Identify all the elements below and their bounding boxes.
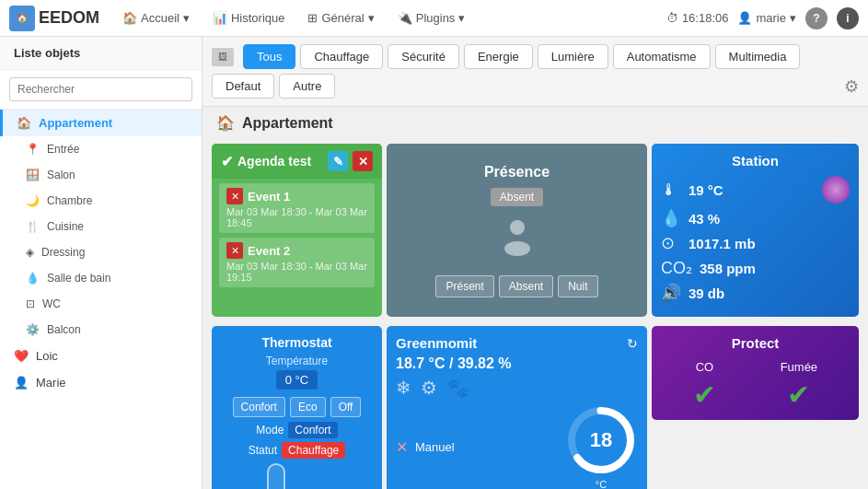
protect-fumee-label: Fumée (781, 360, 817, 374)
pressure-icon: ⊙ (661, 233, 681, 253)
filter-tous[interactable]: Tous (243, 44, 295, 69)
greenmomit-gauge-unit: °C (564, 479, 638, 489)
event-1-name: Event 1 (248, 190, 290, 204)
station-co2-row: CO₂ 358 ppm (661, 258, 850, 278)
event-2-delete-button[interactable]: ✕ (226, 242, 243, 259)
thermostat-statut-label: Statut (249, 444, 277, 457)
sidebar-item-marie[interactable]: 👤 Marie (0, 369, 202, 396)
sidebar-label: Loic (36, 349, 58, 363)
brand-icon: 🏠 (9, 6, 35, 31)
accueil-label: Accueil (141, 11, 179, 25)
presence-present-button[interactable]: Présent (435, 275, 493, 297)
sidebar-search-area (0, 70, 202, 110)
sidebar-label: Marie (36, 376, 66, 390)
sidebar-item-entree[interactable]: 📍 Entrée (0, 136, 202, 162)
agenda-header: ✔ Agenda test ✎ ✕ (212, 144, 382, 179)
nav-right: ⏱ 16:18:06 👤 marie ▾ ? i (666, 7, 859, 29)
event-1-time: Mar 03 Mar 18:30 - Mar 03 Mar 18:45 (226, 206, 367, 228)
sidebar-item-balcon[interactable]: ⚙️ Balcon (0, 317, 202, 343)
sidebar-label: Appartement (39, 116, 112, 130)
chart-icon: 📊 (213, 11, 227, 25)
image-icon: 🖼 (212, 48, 234, 66)
middle-column: Greenmomit ↻ 18.7 °C / 39.82 % ❄ ⚙ 🐾 ✕ (387, 326, 647, 489)
sidebar-item-salle-de-bain[interactable]: 💧 Salle de bain (0, 265, 202, 291)
filter-defaut[interactable]: Defaut (212, 74, 274, 99)
nav-general[interactable]: ⊞ Général ▾ (298, 6, 383, 29)
filter-energie[interactable]: Energie (464, 44, 533, 69)
filter-securite[interactable]: Sécurité (388, 44, 459, 69)
agenda-card: ✔ Agenda test ✎ ✕ ✕ Event 1 Mar 03 Mar 1… (212, 144, 382, 317)
filter-lumiere[interactable]: Lumière (538, 44, 608, 69)
presence-buttons: Présent Absent Nuit (435, 275, 597, 297)
filter-bar: 🖼 Tous Chauffage Sécurité Energie Lumièr… (203, 37, 868, 107)
cards-grid-top: ✔ Agenda test ✎ ✕ ✕ Event 1 Mar 03 Mar 1… (203, 139, 868, 321)
agenda-controls: ✎ ✕ (328, 151, 373, 171)
thermostat-statut-value: Chauffage (282, 442, 345, 459)
protect-co-label: CO (696, 360, 714, 374)
sidebar-item-chambre[interactable]: 🌙 Chambre (0, 188, 202, 214)
pin-icon: 📍 (26, 143, 40, 156)
refresh-icon[interactable]: ↻ (627, 336, 638, 351)
sidebar-item-loic[interactable]: ❤️ Loic (0, 343, 202, 369)
filter-autre[interactable]: Autre (279, 74, 335, 99)
info-button[interactable]: i (837, 7, 859, 29)
search-input[interactable] (9, 77, 192, 101)
thermostat-mode-label: Mode (256, 424, 284, 437)
sidebar-item-dressing[interactable]: ◈ Dressing (0, 239, 202, 265)
noise-icon: 🔊 (661, 283, 681, 303)
nav-plugins[interactable]: 🔌 Plugins ▾ (388, 6, 475, 29)
agenda-title: Agenda test (237, 154, 311, 169)
sidebar-item-salon[interactable]: 🪟 Salon (0, 162, 202, 188)
station-title: Station (661, 153, 850, 169)
thermostat-confort-button[interactable]: Confort (233, 397, 285, 417)
filter-automatisme[interactable]: Automatisme (613, 44, 711, 69)
brand-logo[interactable]: 🏠 EEDOM (9, 6, 99, 31)
sidebar-label: Salle de bain (47, 272, 110, 285)
sidebar-item-cuisine[interactable]: 🍴 Cuisine (0, 214, 202, 239)
thermostat-off-button[interactable]: Off (330, 397, 362, 417)
clothes-icon: ◈ (26, 246, 34, 259)
heart-icon: ❤️ (14, 349, 29, 363)
sidebar: Liste objets 🏠 Appartement 📍 Entrée 🪟 Sa… (0, 37, 203, 489)
wc-icon: ⊡ (26, 297, 35, 310)
sidebar-label: Dressing (41, 246, 85, 259)
agenda-delete-button[interactable]: ✕ (353, 151, 373, 171)
greenmomit-title: Greenmomit (396, 335, 477, 351)
help-button[interactable]: ? (805, 7, 827, 29)
fork-icon: 🍴 (26, 220, 40, 233)
thermostat-statut-row: Statut Chauffage (221, 442, 373, 459)
filter-multimedia[interactable]: Multimedia (715, 44, 801, 69)
filter-chauffage[interactable]: Chauffage (300, 44, 383, 69)
presence-absent-button[interactable]: Absent (499, 275, 553, 297)
top-nav: 🏠 EEDOM 🏠 Accueil ▾ 📊 Historique ⊞ Génér… (0, 0, 868, 37)
nav-historique[interactable]: 📊 Historique (203, 6, 295, 29)
content-scroll: 🖼 Tous Chauffage Sécurité Energie Lumièr… (203, 37, 868, 489)
presence-nuit-button[interactable]: Nuit (558, 275, 597, 297)
gauge-number: 21 (292, 485, 329, 490)
brand-name: EEDOM (39, 8, 99, 28)
sidebar-label: Balcon (47, 323, 81, 336)
settings-icon[interactable]: ⚙ (844, 76, 859, 97)
historique-label: Historique (231, 11, 285, 25)
thermostat-tube (265, 463, 287, 489)
greenmomit-value: 18.7 °C / 39.82 % (396, 355, 638, 372)
sidebar-item-appartement[interactable]: 🏠 Appartement (0, 110, 202, 136)
greenmomit-gauge-value: 18 (590, 428, 612, 452)
greenmomit-mode: ✕ Manuel (396, 438, 455, 456)
greenmomit-mode-label: Manuel (415, 440, 455, 454)
main-layout: Liste objets 🏠 Appartement 📍 Entrée 🪟 Sa… (0, 37, 868, 489)
nav-user[interactable]: 👤 marie ▾ (737, 11, 796, 25)
svg-point-0 (510, 220, 525, 235)
nav-accueil[interactable]: 🏠 Accueil ▾ (113, 6, 199, 29)
gear-icon: ⚙ (421, 377, 437, 399)
agenda-edit-button[interactable]: ✎ (328, 151, 348, 171)
sidebar-item-wc[interactable]: ⊡ WC (0, 291, 202, 317)
home-icon: 🏠 (17, 116, 31, 130)
window-icon: 🪟 (26, 169, 40, 181)
cards-grid-bottom: Thermostat Température 0 °C Confort Eco … (203, 321, 868, 489)
chevron-down-icon: ▾ (183, 11, 190, 25)
sidebar-label: Chambre (47, 194, 92, 207)
event-1-delete-button[interactable]: ✕ (226, 188, 243, 204)
thermostat-eco-button[interactable]: Eco (290, 397, 326, 417)
moon-icon: 🌙 (26, 194, 40, 207)
